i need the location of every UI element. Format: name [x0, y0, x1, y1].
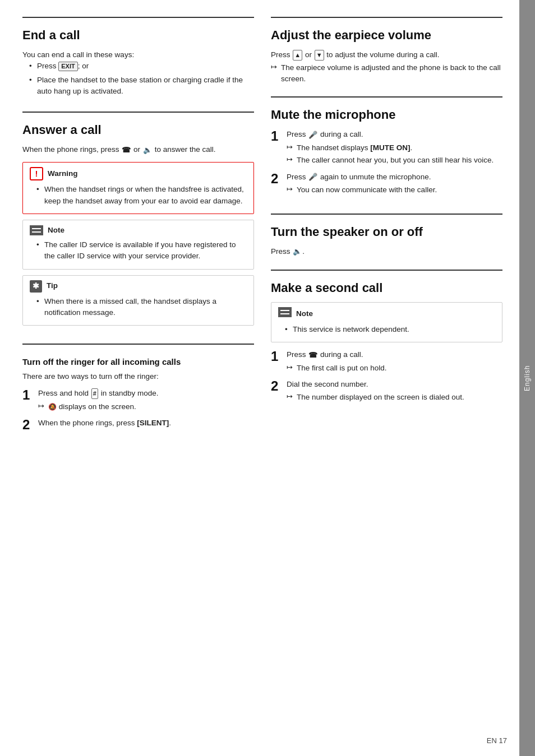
- mute-step-2: 2 Press 🎤 again to unmute the microphone…: [271, 171, 502, 196]
- svg-rect-3: [278, 307, 292, 317]
- second-call-step-1-content: Press ☎ during a call. The first call is…: [287, 349, 502, 373]
- adjust-volume-arrow: The earpiece volume is adjusted and the …: [271, 62, 502, 84]
- end-a-call-bullets: Press EXIT; or Place the handset to the …: [22, 61, 254, 97]
- adjust-volume-title: Adjust the earpiece volume: [271, 28, 502, 43]
- warning-bullet: When the handset rings or when the hands…: [36, 184, 247, 207]
- answer-a-call-title: Answer a call: [22, 123, 254, 137]
- note-icon-svg-2: [278, 307, 292, 317]
- end-a-call-intro: You can end a call in these ways:: [22, 49, 254, 61]
- note-box-1: Note The caller ID service is available …: [22, 220, 254, 270]
- second-call-step-2-arrow: The number displayed on the screen is di…: [287, 392, 502, 403]
- tip-box: ✱ Tip When there is a missed call, the h…: [22, 275, 254, 326]
- note-bullet-2: This service is network dependent.: [285, 324, 495, 335]
- warning-box: ! Warning When the handset rings or when…: [22, 162, 254, 214]
- turn-speaker-body: Press 🔈.: [271, 246, 502, 257]
- turn-off-ringer-section: Turn off the ringer for all incoming cal…: [22, 344, 254, 450]
- tip-header: ✱ Tip: [30, 280, 247, 293]
- warning-content: When the handset rings or when the hands…: [30, 184, 247, 207]
- note-bullet-1: The caller ID service is available if yo…: [36, 239, 247, 262]
- second-call-step-1: 1 Press ☎ during a call. The first call …: [271, 349, 502, 373]
- second-call-step-number-2: 2: [271, 379, 282, 393]
- note-box-2: Note This service is network dependent.: [271, 302, 502, 343]
- turn-speaker-section: Turn the speaker on or off Press 🔈.: [271, 214, 502, 270]
- note-icon-2: [278, 307, 292, 321]
- second-call-step-number-1: 1: [271, 349, 282, 364]
- right-column: Adjust the earpiece volume Press ▲ or ▼ …: [271, 17, 502, 739]
- language-tab-label: English: [523, 365, 531, 391]
- note-label-1: Note: [48, 225, 64, 236]
- warning-label: Warning: [48, 168, 78, 179]
- handset-icon: ☎: [122, 145, 131, 156]
- warning-icon: !: [30, 167, 43, 180]
- tip-content: When there is a missed call, the handset…: [30, 296, 247, 319]
- make-second-call-body: Note This service is network dependent. …: [271, 302, 502, 403]
- tip-bullet: When there is a missed call, the handset…: [36, 296, 247, 319]
- end-a-call-bullet-1: Press EXIT; or: [29, 61, 254, 72]
- second-call-step-1-text: Press ☎ during a call.: [287, 349, 502, 360]
- note-icon-1: [30, 225, 43, 235]
- mute-icon-1: 🎤: [308, 129, 317, 141]
- second-call-step-2-text: Dial the second number.: [287, 379, 502, 390]
- end-a-call-bullet-2: Place the handset to the base station or…: [29, 75, 254, 98]
- note-header-2: Note: [278, 307, 495, 321]
- ringer-off-icon: 🔕: [48, 403, 57, 411]
- mute-step-2-arrow: You can now communicate with the caller.: [287, 184, 502, 196]
- tip-label: Tip: [47, 280, 58, 291]
- note-content-2: This service is network dependent.: [278, 324, 495, 335]
- adjust-volume-intro: Press ▲ or ▼ to adjust the volume during…: [271, 49, 502, 61]
- note-icon-svg-1: [30, 225, 43, 235]
- mute-step-2-content: Press 🎤 again to unmute the microphone. …: [287, 171, 502, 196]
- end-a-call-body: You can end a call in these ways: Press …: [22, 49, 254, 97]
- mute-step-1-arrow-2: The caller cannot hear you, but you can …: [287, 155, 502, 166]
- warning-header: ! Warning: [30, 167, 247, 180]
- mute-step-1-text: Press 🎤 during a call.: [287, 129, 502, 140]
- mute-step-2-text: Press 🎤 again to unmute the microphone.: [287, 171, 502, 183]
- mute-icon-2: 🎤: [308, 171, 317, 183]
- turn-off-ringer-body: There are two ways to turn off the ringe…: [22, 371, 254, 432]
- second-call-step-2-content: Dial the second number. The number displ…: [287, 379, 502, 403]
- page-footer: EN 17: [487, 736, 507, 745]
- ringer-step-2: 2 When the phone rings, press [SILENT].: [22, 418, 254, 432]
- make-second-call-title: Make a second call: [271, 281, 502, 295]
- mute-microphone-body: 1 Press 🎤 during a call. The handset dis…: [271, 129, 502, 195]
- answer-a-call-section: Answer a call When the phone rings, pres…: [22, 112, 254, 344]
- mute-microphone-title: Mute the microphone: [271, 108, 502, 122]
- mute-on-text: [MUTE ON]: [370, 143, 410, 152]
- mute-step-number-1: 1: [271, 129, 282, 143]
- step-1-content: Press and hold # in standby mode. 🔕 disp…: [38, 388, 254, 412]
- step-2-text: When the phone rings, press [SILENT].: [38, 418, 254, 429]
- mute-step-number-2: 2: [271, 171, 282, 186]
- step-1-text: Press and hold # in standby mode.: [38, 388, 254, 399]
- page-number: EN 17: [487, 736, 507, 745]
- step-number-1: 1: [22, 388, 34, 402]
- mute-step-1-content: Press 🎤 during a call. The handset displ…: [287, 129, 502, 165]
- end-a-call-section: End a call You can end a call in these w…: [22, 17, 254, 112]
- adjust-volume-body: Press ▲ or ▼ to adjust the volume during…: [271, 49, 502, 84]
- make-second-call-section: Make a second call N: [271, 270, 502, 421]
- second-call-step-2: 2 Dial the second number. The number dis…: [271, 379, 502, 403]
- turn-off-ringer-intro: There are two ways to turn off the ringe…: [22, 371, 254, 382]
- svg-rect-5: [280, 313, 289, 314]
- step-1-arrow: 🔕 displays on the screen.: [38, 401, 254, 412]
- speaker-small-icon: 🔈: [143, 145, 152, 156]
- hash-icon: #: [91, 388, 98, 399]
- step-2-content: When the phone rings, press [SILENT].: [38, 418, 254, 429]
- mute-step-1: 1 Press 🎤 during a call. The handset dis…: [271, 129, 502, 165]
- turn-speaker-intro: Press 🔈.: [271, 246, 502, 257]
- ringer-step-1: 1 Press and hold # in standby mode. 🔕 di…: [22, 388, 254, 412]
- speaker-icon: 🔈: [293, 246, 302, 257]
- tip-icon: ✱: [30, 280, 42, 293]
- adjust-volume-section: Adjust the earpiece volume Press ▲ or ▼ …: [271, 17, 502, 96]
- svg-rect-0: [30, 225, 43, 235]
- second-call-step-1-arrow: The first call is put on hold.: [287, 363, 502, 374]
- language-tab: English: [519, 0, 535, 756]
- svg-rect-1: [32, 228, 41, 229]
- handset-icon-2: ☎: [308, 350, 317, 361]
- left-column: End a call You can end a call in these w…: [22, 17, 254, 739]
- mute-microphone-section: Mute the microphone 1 Press 🎤 during a c…: [271, 96, 502, 213]
- answer-a-call-body: When the phone rings, press ☎ or 🔈 to an…: [22, 144, 254, 326]
- volume-up-icon: ▲: [293, 50, 302, 61]
- answer-intro: When the phone rings, press ☎ or 🔈 to an…: [22, 144, 254, 155]
- svg-rect-4: [280, 310, 289, 311]
- silent-key: [SILENT]: [137, 419, 169, 427]
